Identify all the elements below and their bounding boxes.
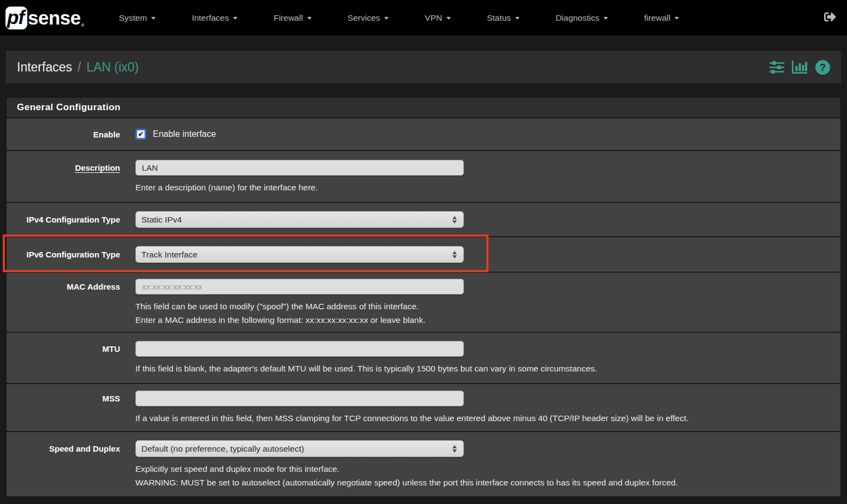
ipv4-config-label: IPv4 Configuration Type: [7, 214, 135, 225]
menu-status[interactable]: Status: [469, 0, 538, 35]
mac-address-help: This field can be used to modify ("spoof…: [135, 299, 827, 327]
ipv6-config-label: IPv6 Configuration Type: [7, 249, 135, 260]
description-label: Description: [75, 163, 120, 172]
description-input[interactable]: [135, 160, 464, 176]
enable-label: Enable: [7, 129, 135, 140]
menu-vpn[interactable]: VPN: [407, 0, 469, 35]
breadcrumb: Interfaces / LAN (ix0): [6, 51, 841, 83]
select-stepper-icon: [452, 445, 458, 453]
description-row: Description Enter a description (name) f…: [7, 150, 840, 202]
mss-label: MSS: [7, 391, 135, 404]
breadcrumb-separator: /: [77, 60, 81, 75]
panel-title: General Configuration: [7, 98, 840, 118]
speed-duplex-label: Speed and Duplex: [7, 440, 135, 454]
checkmark-icon: ✔: [137, 130, 145, 138]
speed-duplex-select[interactable]: Default (no preference, typically autose…: [135, 440, 464, 457]
caret-down-icon: [515, 17, 520, 20]
sliders-icon[interactable]: [770, 61, 784, 74]
menu-diagnostics[interactable]: Diagnostics: [538, 0, 626, 35]
enable-row: Enable ✔ Enable interface: [7, 118, 840, 150]
sign-out-icon: [824, 11, 836, 25]
pfsense-logo-pf: pf: [5, 7, 27, 29]
ipv6-type-select[interactable]: Track Interface: [135, 246, 464, 263]
mac-address-input[interactable]: [135, 279, 464, 295]
speed-duplex-row: Speed and Duplex Default (no preference,…: [7, 431, 840, 496]
help-icon[interactable]: ?: [815, 60, 830, 75]
mss-row: MSS If a value is entered in this field,…: [7, 383, 840, 431]
mss-input[interactable]: [135, 391, 464, 406]
menu-services[interactable]: Services: [330, 0, 407, 35]
mtu-label: MTU: [7, 341, 135, 354]
top-navbar: pf sense ® System Interfaces Firewall Se…: [0, 0, 847, 35]
caret-down-icon: [384, 17, 389, 20]
caret-down-icon: [151, 17, 156, 20]
caret-down-icon: [233, 17, 237, 20]
enable-interface-checkbox-label: Enable interface: [153, 129, 216, 139]
main-menu: System Interfaces Firewall Services VPN …: [101, 0, 697, 35]
page-action-icons: ?: [770, 60, 830, 75]
logout-button[interactable]: [824, 11, 836, 25]
ipv4-type-select[interactable]: Static IPv4: [135, 211, 464, 228]
general-configuration-panel: General Configuration Enable ✔ Enable in…: [6, 97, 841, 497]
caret-down-icon: [604, 17, 608, 20]
ipv6-config-row: IPv6 Configuration Type Track Interface: [7, 236, 840, 272]
caret-down-icon: [307, 17, 312, 20]
menu-system[interactable]: System: [101, 0, 174, 35]
mtu-input[interactable]: [135, 341, 464, 357]
mss-help: If a value is entered in this field, the…: [135, 411, 827, 425]
ipv4-config-row: IPv4 Configuration Type Static IPv4: [7, 202, 840, 236]
menu-firewall[interactable]: Firewall: [255, 0, 329, 35]
caret-down-icon: [446, 17, 451, 20]
description-help: Enter a description (name) for the inter…: [135, 181, 827, 194]
mac-address-label: MAC Address: [7, 279, 135, 292]
menu-firewall-shortcut[interactable]: firewall: [626, 0, 697, 35]
registered-mark: ®: [81, 22, 85, 29]
select-stepper-icon: [452, 216, 458, 224]
pfsense-logo-sense: sense: [28, 7, 81, 29]
caret-down-icon: [675, 17, 679, 20]
svg-text:?: ?: [820, 62, 826, 73]
breadcrumb-interfaces-link[interactable]: Interfaces: [17, 60, 72, 75]
mtu-help: If this field is blank, the adapter's de…: [135, 362, 827, 375]
pfsense-logo[interactable]: pf sense ®: [5, 7, 85, 29]
select-stepper-icon: [452, 251, 458, 259]
mtu-row: MTU If this field is blank, the adapter'…: [7, 332, 840, 383]
enable-interface-checkbox[interactable]: ✔: [135, 129, 146, 140]
bar-chart-icon[interactable]: [792, 60, 808, 74]
speed-duplex-help: Explicitly set speed and duplex mode for…: [135, 462, 827, 489]
mac-address-row: MAC Address This field can be used to mo…: [7, 272, 840, 332]
menu-interfaces[interactable]: Interfaces: [174, 0, 255, 35]
breadcrumb-current-page: LAN (ix0): [86, 60, 139, 75]
